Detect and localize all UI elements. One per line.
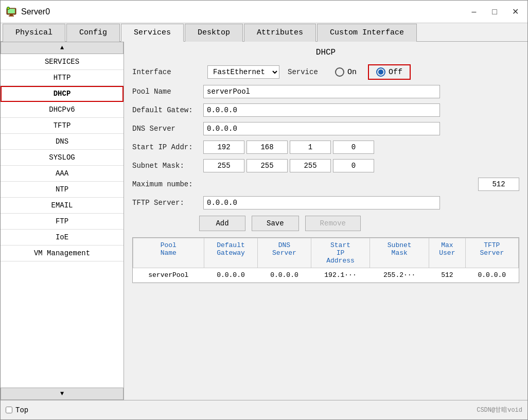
add-button[interactable]: Add <box>199 216 245 231</box>
subnet-part2[interactable] <box>247 159 288 172</box>
start-ip-part3[interactable] <box>290 141 331 154</box>
watermark: CSDN@甘暗void <box>477 406 522 414</box>
maximize-button[interactable]: □ <box>487 5 502 19</box>
sidebar-item-syslog[interactable]: SYSLOG <box>1 150 124 166</box>
sidebar-item-dns[interactable]: DNS <box>1 134 124 150</box>
sidebar-item-services[interactable]: SERVICES <box>1 54 124 70</box>
dhcp-table-container: PoolName DefaultGateway DNSServer StartI… <box>132 237 519 283</box>
sidebar-list: SERVICES HTTP DHCP DHCPv6 TFTP DNS SYSLO… <box>1 54 124 388</box>
on-radio-group: On <box>332 65 360 79</box>
tab-config[interactable]: Config <box>66 24 120 42</box>
dns-server-label: DNS Server <box>132 125 199 133</box>
cell-subnet-mask: 255.2··· <box>370 268 429 283</box>
subnet-part1[interactable] <box>203 159 244 172</box>
cell-default-gateway: 0.0.0.0 <box>204 268 258 283</box>
max-users-input[interactable] <box>478 178 519 191</box>
title-bar: Server0 – □ ✕ <box>1 1 527 23</box>
sidebar-item-dhcpv6[interactable]: DHCPv6 <box>1 102 124 118</box>
default-gateway-row: Default Gatew: <box>132 103 519 117</box>
col-max-users: MaxUser <box>429 238 466 268</box>
subnet-part3[interactable] <box>290 159 331 172</box>
window-controls: – □ ✕ <box>467 5 522 19</box>
interface-select[interactable]: FastEthernet <box>207 65 279 79</box>
svg-rect-2 <box>10 14 13 15</box>
max-users-label: Maximum numbe: <box>132 180 199 188</box>
app-icon <box>6 6 17 18</box>
main-window: Server0 – □ ✕ Physical Config Services D… <box>0 0 528 420</box>
on-label: On <box>347 68 357 77</box>
tab-desktop[interactable]: Desktop <box>185 24 243 42</box>
save-button[interactable]: Save <box>252 216 299 231</box>
tab-attributes[interactable]: Attributes <box>244 24 316 42</box>
sidebar-item-vm-management[interactable]: VM Management <box>1 246 124 261</box>
content-area: ▲ SERVICES HTTP DHCP DHCPv6 TFTP DNS SYS… <box>1 42 527 400</box>
subnet-mask-row: Subnet Mask: <box>132 159 519 172</box>
interface-row: Interface FastEthernet Service On Off <box>132 64 519 80</box>
col-subnet-mask: SubnetMask <box>370 238 429 268</box>
dhcp-table: PoolName DefaultGateway DNSServer StartI… <box>133 238 519 283</box>
panel-title: DHCP <box>132 48 519 57</box>
window-title: Server0 <box>21 7 467 16</box>
col-dns-server: DNSServer <box>258 238 311 268</box>
tftp-server-row: TFTP Server: <box>132 196 519 209</box>
remove-button[interactable]: Remove <box>305 216 361 231</box>
cell-dns-server: 0.0.0.0 <box>258 268 311 283</box>
button-row: Add Save Remove <box>199 216 519 231</box>
sidebar-item-ioe[interactable]: IoE <box>1 230 124 246</box>
interface-label: Interface <box>132 68 199 76</box>
tab-physical[interactable]: Physical <box>3 24 65 42</box>
sidebar-item-dhcp[interactable]: DHCP <box>1 86 124 102</box>
default-gateway-input[interactable] <box>203 103 440 117</box>
off-radio[interactable] <box>376 67 385 77</box>
sidebar-item-ftp[interactable]: FTP <box>1 214 124 230</box>
cell-pool-name: serverPool <box>133 268 204 283</box>
tab-bar: Physical Config Services Desktop Attribu… <box>1 23 527 42</box>
top-checkbox-label[interactable]: Top <box>6 406 28 414</box>
off-label: Off <box>389 68 402 77</box>
sidebar-item-ntp[interactable]: NTP <box>1 182 124 198</box>
pool-name-label: Pool Name <box>132 87 199 96</box>
sidebar-item-email[interactable]: EMAIL <box>1 198 124 214</box>
table-row[interactable]: serverPool 0.0.0.0 0.0.0.0 192.1··· 255.… <box>133 268 519 283</box>
tab-services[interactable]: Services <box>121 24 184 42</box>
subnet-mask-group <box>203 159 374 172</box>
start-ip-part1[interactable] <box>203 141 244 154</box>
cell-max-users: 512 <box>429 268 466 283</box>
service-label: Service <box>288 68 324 76</box>
tftp-server-label: TFTP Server: <box>132 199 199 207</box>
on-radio[interactable] <box>335 67 344 77</box>
subnet-part4[interactable] <box>333 159 374 172</box>
scroll-up-button[interactable]: ▲ <box>1 42 124 54</box>
col-tftp-server: TFTPServer <box>465 238 518 268</box>
pool-name-row: Pool Name serverPool <box>132 85 519 98</box>
dns-server-input[interactable] <box>203 122 440 135</box>
start-ip-label: Start IP Addr: <box>132 143 199 151</box>
default-gateway-label: Default Gatew: <box>132 106 199 114</box>
col-default-gateway: DefaultGateway <box>204 238 258 268</box>
off-radio-group: Off <box>368 64 411 80</box>
subnet-mask-label: Subnet Mask: <box>132 162 199 170</box>
pool-name-input[interactable]: serverPool <box>203 85 440 98</box>
start-ip-group <box>203 141 374 154</box>
top-label: Top <box>15 406 28 414</box>
svg-rect-3 <box>9 15 14 16</box>
cell-tftp-server: 0.0.0.0 <box>465 268 518 283</box>
top-checkbox[interactable] <box>6 407 12 413</box>
cell-start-ip: 192.1··· <box>311 268 370 283</box>
close-button[interactable]: ✕ <box>508 5 522 19</box>
start-ip-part4[interactable] <box>333 141 374 154</box>
max-users-row: Maximum numbe: <box>132 178 519 191</box>
tftp-server-input[interactable] <box>203 196 440 209</box>
sidebar-item-tftp[interactable]: TFTP <box>1 118 124 134</box>
scroll-down-button[interactable]: ▼ <box>1 388 124 400</box>
minimize-button[interactable]: – <box>467 5 481 19</box>
bottom-bar: Top CSDN@甘暗void <box>1 400 527 419</box>
col-pool-name: PoolName <box>133 238 204 268</box>
start-ip-row: Start IP Addr: <box>132 141 519 154</box>
main-panel: DHCP Interface FastEthernet Service On O… <box>124 42 527 400</box>
sidebar-item-http[interactable]: HTTP <box>1 70 124 86</box>
start-ip-part2[interactable] <box>247 141 288 154</box>
tab-custom-interface[interactable]: Custom Interface <box>317 24 417 42</box>
sidebar-item-aaa[interactable]: AAA <box>1 166 124 182</box>
col-start-ip: StartIPAddress <box>311 238 370 268</box>
